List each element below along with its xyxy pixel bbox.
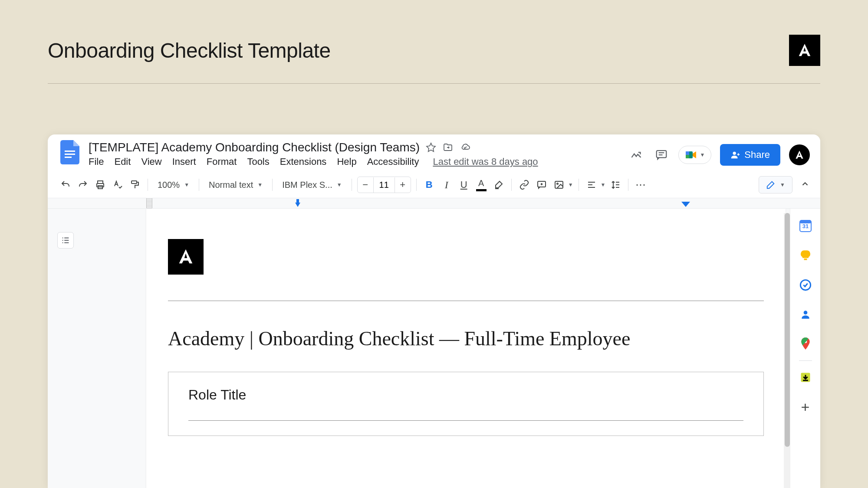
share-label: Share — [744, 149, 770, 160]
caret-down-icon: ▼ — [257, 182, 263, 188]
horizontal-ruler[interactable] — [48, 198, 820, 209]
table-cell: Role Title — [168, 372, 763, 436]
comments-icon[interactable] — [653, 147, 670, 163]
tasks-addon-icon[interactable] — [799, 278, 812, 292]
menu-tools[interactable]: Tools — [247, 156, 269, 167]
toolbar-separator — [352, 179, 352, 191]
menu-bar: File Edit View Insert Format Tools Exten… — [89, 156, 621, 167]
style-value: Normal text — [209, 180, 253, 190]
side-addon-panel: 31 + — [790, 209, 820, 488]
document-heading: Academy | Onboarding Checklist — Full-Ti… — [168, 327, 764, 350]
caret-down-icon[interactable]: ▼ — [568, 182, 573, 188]
document-divider — [168, 301, 764, 301]
cloud-status-icon[interactable] — [460, 142, 471, 153]
paint-format-icon[interactable] — [128, 177, 142, 192]
document-page[interactable]: Academy | Onboarding Checklist — Full-Ti… — [146, 209, 786, 488]
ruler-right-margin[interactable] — [681, 202, 690, 207]
google-docs-window: [TEMPLATE] Academy Onboarding Checklist … — [48, 134, 820, 488]
maps-addon-icon[interactable] — [799, 337, 812, 351]
role-input-line — [188, 420, 743, 421]
star-icon[interactable] — [426, 142, 436, 153]
menu-view[interactable]: View — [141, 156, 161, 167]
user-avatar[interactable] — [789, 144, 810, 165]
svg-point-21 — [803, 311, 807, 314]
underline-button[interactable]: U — [457, 177, 471, 192]
svg-rect-18 — [800, 220, 811, 223]
caret-down-icon: ▼ — [337, 182, 342, 188]
highlight-color-button[interactable] — [491, 177, 506, 192]
text-color-button[interactable]: A — [474, 177, 489, 192]
font-size-value[interactable]: 11 — [373, 177, 395, 193]
undo-icon[interactable] — [58, 177, 73, 192]
menu-edit[interactable]: Edit — [114, 156, 131, 167]
meet-caret-icon: ▼ — [700, 152, 705, 158]
italic-button[interactable]: I — [439, 177, 454, 192]
svg-rect-6 — [686, 155, 689, 158]
share-button[interactable]: Share — [720, 144, 780, 166]
ruler-indent-marker[interactable] — [295, 199, 304, 210]
menu-insert[interactable]: Insert — [172, 156, 196, 167]
svg-rect-5 — [686, 151, 689, 155]
menu-accessibility[interactable]: Accessibility — [367, 156, 419, 167]
docs-header: [TEMPLATE] Academy Onboarding Checklist … — [48, 134, 820, 167]
docs-title-area: [TEMPLATE] Academy Onboarding Checklist … — [89, 141, 621, 167]
caret-down-icon: ▼ — [780, 182, 785, 188]
brand-logo — [789, 35, 820, 66]
more-tools-button[interactable]: ⋯ — [634, 177, 648, 192]
contacts-addon-icon[interactable] — [799, 308, 812, 321]
svg-point-7 — [733, 152, 736, 155]
font-size-increase-button[interactable]: + — [395, 177, 411, 193]
collapse-toolbar-button[interactable] — [800, 179, 810, 190]
zoom-dropdown[interactable]: 100% ▼ — [153, 177, 194, 193]
align-button[interactable] — [584, 177, 599, 192]
toolbar-separator — [199, 179, 199, 191]
toolbar-separator — [511, 179, 512, 191]
ruler-left-margin[interactable] — [146, 198, 152, 208]
add-addon-button[interactable]: + — [799, 400, 812, 414]
menu-file[interactable]: File — [89, 156, 104, 167]
move-to-folder-icon[interactable] — [442, 142, 454, 153]
toolbar-separator — [416, 179, 417, 191]
add-comment-button[interactable] — [534, 177, 549, 192]
formatting-toolbar: 100% ▼ Normal text ▼ IBM Plex S... ▼ − 1… — [48, 172, 820, 198]
menu-help[interactable]: Help — [337, 156, 356, 167]
font-family-dropdown[interactable]: IBM Plex S... ▼ — [278, 177, 346, 193]
outer-divider — [48, 83, 820, 84]
google-docs-logo-icon[interactable] — [58, 141, 82, 164]
keep-addon-icon[interactable] — [799, 249, 812, 262]
font-value: IBM Plex S... — [282, 180, 332, 190]
svg-rect-3 — [657, 151, 667, 157]
zoom-value: 100% — [158, 180, 180, 190]
redo-icon[interactable] — [76, 177, 90, 192]
paragraph-style-dropdown[interactable]: Normal text ▼ — [204, 177, 267, 193]
font-size-decrease-button[interactable]: − — [358, 177, 373, 193]
svg-rect-1 — [65, 154, 75, 155]
toolbar-separator — [272, 179, 273, 191]
meet-button[interactable]: ▼ — [678, 146, 711, 164]
activity-icon[interactable] — [628, 147, 644, 163]
outer-header: Onboarding Checklist Template — [0, 0, 868, 66]
editing-mode-button[interactable]: ▼ — [759, 176, 792, 193]
document-body: Academy | Onboarding Checklist — Full-Ti… — [48, 209, 820, 488]
document-title[interactable]: [TEMPLATE] Academy Onboarding Checklist … — [89, 141, 420, 154]
caret-down-icon[interactable]: ▼ — [601, 182, 606, 188]
insert-image-button[interactable] — [552, 177, 566, 192]
last-edit-link[interactable]: Last edit was 8 days ago — [433, 156, 538, 167]
insert-link-button[interactable] — [517, 177, 532, 192]
header-actions: ▼ Share — [628, 141, 810, 166]
svg-rect-15 — [296, 199, 299, 203]
download-addon-icon[interactable] — [799, 370, 812, 384]
svg-text:31: 31 — [802, 223, 808, 229]
print-icon[interactable] — [93, 177, 108, 192]
svg-rect-19 — [804, 259, 807, 260]
toolbar-separator — [579, 179, 579, 191]
line-spacing-button[interactable] — [608, 177, 623, 192]
menu-extensions[interactable]: Extensions — [280, 156, 327, 167]
bold-button[interactable]: B — [422, 177, 437, 192]
spellcheck-icon[interactable] — [110, 177, 125, 192]
svg-rect-11 — [132, 181, 137, 183]
outline-toggle-button[interactable] — [57, 232, 74, 249]
calendar-addon-icon[interactable]: 31 — [799, 219, 812, 233]
scrollbar-thumb[interactable] — [785, 213, 790, 447]
menu-format[interactable]: Format — [207, 156, 237, 167]
